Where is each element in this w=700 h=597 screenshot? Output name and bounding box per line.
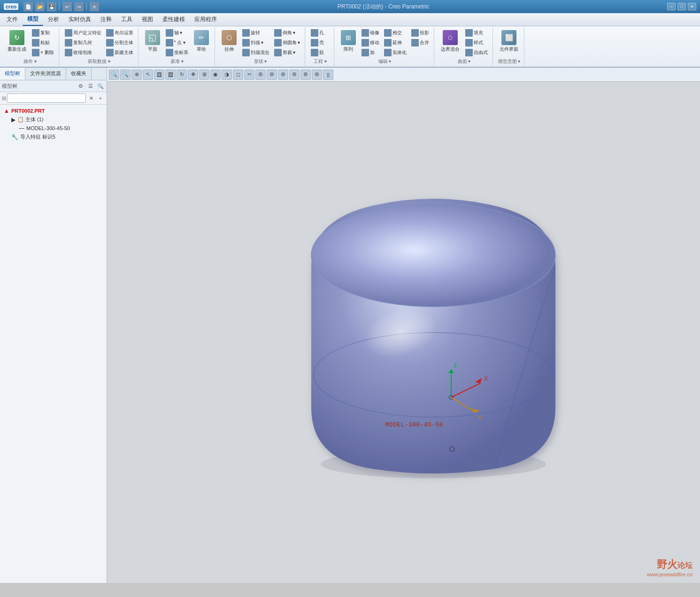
- display3-button[interactable]: ⚙: [278, 70, 288, 80]
- extend-button[interactable]: 延伸: [382, 38, 408, 47]
- rotate-button[interactable]: ↻: [177, 70, 187, 80]
- csys-button[interactable]: 坐标系: [164, 48, 190, 57]
- copy-button[interactable]: 复制: [30, 28, 56, 38]
- pattern-button[interactable]: ⊞ 阵列: [338, 28, 359, 54]
- extrude-button[interactable]: ⬡ 拉伸: [219, 28, 239, 54]
- copy-geom-button[interactable]: 复制几何: [63, 38, 103, 47]
- rib-button[interactable]: 筋: [309, 48, 326, 57]
- menu-file[interactable]: 文件: [2, 14, 23, 25]
- csys-icon: [166, 49, 173, 56]
- chamfer-button[interactable]: 倒角 ▾: [272, 28, 302, 38]
- split-main-button[interactable]: 分割主体: [104, 38, 135, 47]
- intersect-button[interactable]: 相交: [382, 28, 408, 38]
- tree-settings-button[interactable]: ⚙: [77, 82, 85, 90]
- more-tools-button[interactable]: ≡: [90, 2, 99, 11]
- display2-button[interactable]: ⚙: [267, 70, 277, 80]
- display5-button[interactable]: ⚙: [300, 70, 311, 80]
- display6-button[interactable]: ⚙: [312, 70, 322, 80]
- display7-button[interactable]: ||: [323, 70, 333, 80]
- menu-annotation[interactable]: 注释: [96, 14, 116, 25]
- project-button[interactable]: 投影: [409, 28, 431, 38]
- tree-display-button[interactable]: ☰: [86, 82, 95, 90]
- menu-flexible-modeling[interactable]: 柔性建模: [158, 14, 190, 25]
- add-filter-button[interactable]: +: [96, 94, 105, 102]
- plane-button[interactable]: ◱ 平面: [142, 28, 163, 54]
- viewport[interactable]: X Y Z MODEL-300-45-50: [107, 82, 700, 583]
- menu-analysis[interactable]: 分析: [43, 14, 64, 25]
- close-button[interactable]: ✕: [688, 3, 696, 10]
- paste-button[interactable]: 粘贴: [30, 38, 56, 47]
- point-button[interactable]: * 点 ▾: [164, 38, 190, 47]
- menu-tools[interactable]: 工具: [116, 14, 137, 25]
- zoom-in-button[interactable]: 🔍: [109, 70, 119, 80]
- save-button[interactable]: 💾: [47, 2, 56, 11]
- fill-button[interactable]: 填充: [463, 28, 490, 38]
- axis-button[interactable]: 轴 ▾: [164, 28, 190, 38]
- tree-root-item[interactable]: ▲ PRT0002.PRT: [0, 107, 107, 115]
- zoom-dynamic-button[interactable]: ⊞: [199, 70, 209, 80]
- section-button[interactable]: ✂: [244, 70, 254, 80]
- hole-button[interactable]: 孔: [309, 28, 326, 38]
- new-main-button[interactable]: 新建主体: [104, 48, 135, 57]
- shell-button[interactable]: 壳: [309, 38, 326, 47]
- tab-model-tree[interactable]: 模型树: [0, 68, 25, 80]
- boole-button[interactable]: 布尔运算: [104, 28, 135, 38]
- view-orient-button[interactable]: ◉: [210, 70, 221, 80]
- zoom-fit-button[interactable]: ⊕: [131, 70, 142, 80]
- merge-button[interactable]: 合并: [409, 38, 431, 47]
- tree-search-button[interactable]: 🔍: [96, 82, 105, 90]
- tab-file-browser[interactable]: 文件夹浏览器: [25, 68, 66, 80]
- tree-import-item[interactable]: 🔧 导入特征 标识5: [0, 132, 107, 141]
- wireframe-button[interactable]: ◻: [233, 70, 243, 80]
- menu-applications[interactable]: 应用程序: [190, 14, 222, 25]
- trim-button[interactable]: 剪裁 ▾: [272, 48, 302, 57]
- pattern-icon: ⊞: [341, 30, 356, 45]
- minimize-button[interactable]: ─: [667, 3, 676, 10]
- body-expand-icon: ▶: [11, 116, 15, 123]
- search-input[interactable]: [7, 93, 86, 103]
- component-view-button[interactable]: ⬜ 元件界面: [497, 28, 521, 54]
- pan-button[interactable]: ✥: [188, 70, 198, 80]
- surface-buttons: ⬡ 边界混合 填充 样式 自由式: [438, 28, 490, 57]
- add-button[interactable]: 加: [360, 48, 381, 57]
- sketch-button[interactable]: ✏ 草绘: [191, 28, 212, 54]
- display4-button[interactable]: ⚙: [289, 70, 300, 80]
- zoom-out-button[interactable]: 🔍: [120, 70, 131, 80]
- select-button[interactable]: ↖: [143, 70, 153, 80]
- clear-search-button[interactable]: ✕: [87, 94, 95, 102]
- solidify-button[interactable]: 实体化: [382, 48, 408, 57]
- mirror-button[interactable]: 镜像: [360, 28, 381, 38]
- regenerate-button[interactable]: ↻ 重新生成: [5, 28, 29, 54]
- maximize-button[interactable]: □: [677, 3, 686, 10]
- tab-favorites[interactable]: 收藏夹: [66, 68, 92, 80]
- fillet-button[interactable]: 倒圆角 ▾: [272, 38, 302, 47]
- new-file-button[interactable]: 📄: [23, 2, 33, 11]
- redo-button[interactable]: ↪: [74, 2, 84, 11]
- freestyle-button[interactable]: 自由式: [463, 48, 490, 57]
- move-button[interactable]: 移动: [360, 38, 381, 47]
- freestyle-icon: [465, 49, 473, 56]
- menu-simulation[interactable]: 实时仿真: [64, 14, 96, 25]
- shade-button[interactable]: ◑: [222, 70, 232, 80]
- boundary-blend-button[interactable]: ⬡ 边界混合: [438, 28, 462, 54]
- undo-button[interactable]: ↩: [62, 2, 72, 11]
- display1-button[interactable]: ⚙: [255, 70, 266, 80]
- sweep-mix-button[interactable]: 扫描混合: [240, 48, 271, 57]
- view-button1[interactable]: 🖼: [154, 70, 164, 80]
- shrink-wrap-button[interactable]: 收缩包络: [63, 48, 103, 57]
- tree-model-item[interactable]: — MODEL-300-45-50: [0, 124, 107, 132]
- open-file-button[interactable]: 📂: [35, 2, 45, 11]
- left-panel: 模型树 文件夹浏览器 收藏夹 模型树 ⚙ ☰ 🔍 ⊟ ✕ + ▲ PRT0002…: [0, 68, 107, 583]
- revolve-button[interactable]: 旋转: [240, 28, 271, 38]
- sweep-button[interactable]: 扫描 ▾: [240, 38, 271, 47]
- cut-button[interactable]: × 删除: [30, 48, 56, 57]
- style-icon: [465, 39, 473, 47]
- user-def-feat-button[interactable]: 用户定义特征: [63, 28, 103, 38]
- menu-view[interactable]: 视图: [137, 14, 158, 25]
- menu-model[interactable]: 模型: [23, 13, 43, 26]
- edit-col3: 相交 延伸 实体化: [382, 28, 408, 57]
- tree-body-item[interactable]: ▶ 📋 主体 (1): [0, 115, 107, 124]
- view-button2[interactable]: 🖼: [165, 70, 176, 80]
- style-button[interactable]: 样式: [463, 38, 490, 47]
- icon-toolbar: 🔍 🔍 ⊕ ↖ 🖼 🖼 ↻ ✥ ⊞ ◉ ◑ ◻ ✂ ⚙ ⚙ ⚙ ⚙ ⚙ ⚙ ||: [107, 68, 700, 82]
